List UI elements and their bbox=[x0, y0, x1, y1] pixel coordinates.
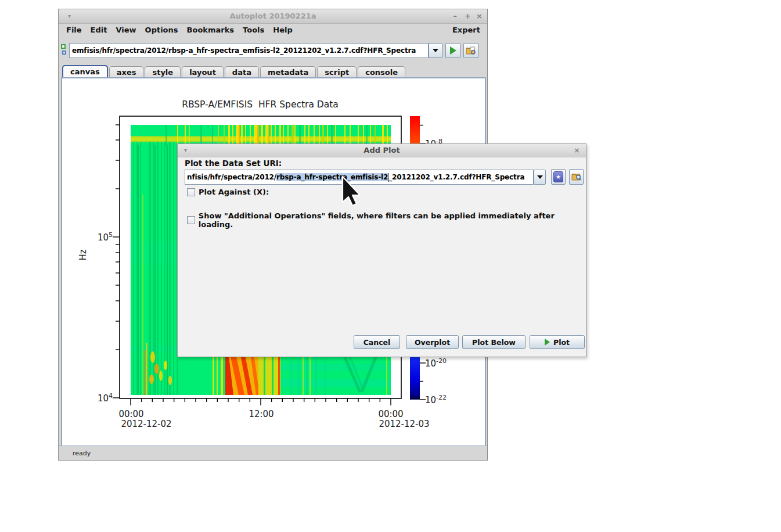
dialog-titlebar[interactable]: ▾ Add Plot × bbox=[178, 144, 586, 157]
chevron-down-icon bbox=[537, 175, 543, 179]
dataset-uri-label: Plot the Data Set URI: bbox=[185, 159, 282, 168]
close-button[interactable]: × bbox=[476, 12, 483, 20]
y-tick-label: 104 bbox=[85, 392, 113, 404]
play-icon bbox=[545, 339, 550, 346]
status-text: ready bbox=[73, 450, 91, 457]
x-tick-label: 00:00 bbox=[378, 409, 403, 419]
show-operations-checkbox[interactable] bbox=[187, 216, 195, 224]
dialog-inspect-button[interactable]: ★ bbox=[551, 169, 566, 185]
folder-icon bbox=[466, 46, 476, 55]
menubar: File Edit View Options Bookmarks Tools H… bbox=[59, 24, 487, 35]
plot-against-label: Plot Against (X): bbox=[199, 188, 269, 196]
tab-style[interactable]: style bbox=[145, 66, 181, 77]
menu-tools[interactable]: Tools bbox=[243, 26, 264, 34]
dialog-file-browse-button[interactable] bbox=[569, 169, 584, 185]
tabstrip: canvas axes style layout data metadata s… bbox=[59, 65, 487, 77]
colorbar-tick-label: 10-22 bbox=[425, 394, 447, 405]
layer-green-square-icon bbox=[61, 44, 66, 49]
minimize-button[interactable]: – bbox=[454, 12, 458, 20]
plot-against-row: Plot Against (X): bbox=[187, 188, 269, 196]
plot-below-button[interactable]: Plot Below bbox=[462, 335, 526, 349]
tab-canvas[interactable]: canvas bbox=[62, 65, 108, 77]
add-plot-dialog: ▾ Add Plot × Plot the Data Set URI: nfis… bbox=[177, 143, 586, 357]
star-badge-icon: ★ bbox=[553, 171, 563, 182]
chevron-down-icon bbox=[433, 49, 438, 52]
x-date-label: 2012-12-02 bbox=[121, 419, 171, 429]
tab-data[interactable]: data bbox=[225, 66, 259, 77]
window-title: Autoplot 20190221a bbox=[59, 12, 487, 20]
uri-text-selected: rbsp-a_hfr-spectra_emfisis-l2 bbox=[276, 173, 388, 181]
dialog-uri-dropdown-button[interactable] bbox=[534, 170, 546, 185]
y-tick-label: 105 bbox=[85, 231, 113, 243]
maximize-button[interactable]: + bbox=[465, 12, 471, 20]
plot-layer-icon[interactable] bbox=[61, 44, 68, 57]
desktop: ▾ Autoplot 20190221a – + × File Edit Vie… bbox=[0, 0, 781, 532]
uri-dropdown-button[interactable] bbox=[429, 43, 442, 58]
expert-mode-label[interactable]: Expert bbox=[452, 26, 487, 34]
menu-help[interactable]: Help bbox=[273, 26, 292, 34]
play-icon bbox=[450, 46, 456, 55]
show-operations-row: Show "Additional Operations" fields, whe… bbox=[187, 211, 586, 229]
menu-file[interactable]: File bbox=[66, 26, 82, 34]
layer-blue-square-icon bbox=[62, 51, 66, 55]
uri-text-pre: nfisis/hfr/spectra/2012/ bbox=[187, 173, 276, 181]
overplot-button[interactable]: Overplot bbox=[406, 335, 459, 349]
uri-toolbar bbox=[59, 35, 487, 65]
x-date-label: 2012-12-03 bbox=[379, 419, 429, 429]
file-browse-button[interactable] bbox=[463, 43, 478, 58]
menu-bookmarks[interactable]: Bookmarks bbox=[187, 26, 235, 34]
uri-input[interactable] bbox=[69, 43, 429, 58]
uri-text-post: _20121202_v1.2.7.cdf?HFR_Spectra bbox=[388, 173, 524, 181]
tab-axes[interactable]: axes bbox=[109, 66, 144, 77]
menu-options[interactable]: Options bbox=[145, 26, 178, 34]
colorbar-tick-label: 10-20 bbox=[425, 357, 447, 369]
plot-button[interactable]: Plot bbox=[530, 335, 585, 349]
menu-edit[interactable]: Edit bbox=[91, 26, 107, 34]
window-titlebar[interactable]: ▾ Autoplot 20190221a – + × bbox=[59, 9, 487, 24]
status-bar: ready bbox=[59, 445, 487, 460]
tab-metadata[interactable]: metadata bbox=[260, 66, 316, 77]
y-axis-label: Hz bbox=[78, 242, 88, 268]
go-plot-button[interactable] bbox=[445, 43, 460, 58]
tab-script[interactable]: script bbox=[317, 66, 357, 77]
mouse-cursor bbox=[341, 175, 365, 208]
menu-view[interactable]: View bbox=[116, 26, 136, 34]
tab-console[interactable]: console bbox=[358, 66, 405, 77]
show-operations-label: Show "Additional Operations" fields, whe… bbox=[199, 211, 586, 229]
folder-search-icon bbox=[571, 172, 582, 181]
x-tick-label: 12:00 bbox=[249, 409, 273, 419]
dialog-button-row: Cancel Overplot Plot Below Plot bbox=[178, 335, 586, 350]
dialog-close-button[interactable]: × bbox=[574, 146, 580, 154]
dialog-title: Add Plot bbox=[178, 146, 586, 154]
x-tick-label: 00:00 bbox=[118, 409, 143, 419]
plot-against-checkbox[interactable] bbox=[187, 188, 195, 196]
tab-layout[interactable]: layout bbox=[182, 66, 224, 77]
cancel-button[interactable]: Cancel bbox=[354, 335, 400, 349]
